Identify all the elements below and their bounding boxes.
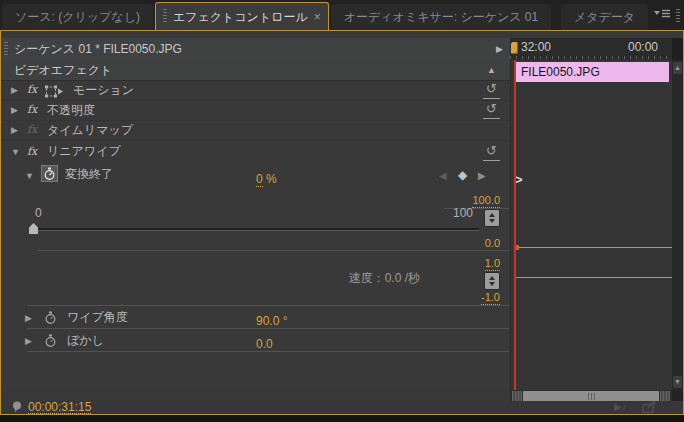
fx-badge[interactable]: fx: [27, 141, 37, 163]
playhead[interactable]: [514, 60, 516, 390]
reset-effect-icon[interactable]: ↺: [483, 101, 500, 119]
next-keyframe-chevron-icon[interactable]: >: [515, 172, 523, 187]
param-value-transition-complete[interactable]: 0 %: [256, 167, 277, 191]
disclosure-icon[interactable]: ▼: [11, 141, 20, 163]
panel-footer: 00:00:31:15 ▶♪: [1, 401, 683, 414]
slider-max-label: 100: [453, 206, 473, 220]
disclosure-icon[interactable]: ▶: [11, 120, 18, 140]
tab-metadata[interactable]: メタデータ: [561, 4, 648, 30]
play-audio-icon[interactable]: ▶♪: [614, 401, 626, 413]
panel-drag-grip-icon[interactable]: [676, 9, 680, 24]
velocity-graph-max-label: 1.0: [485, 256, 500, 271]
scrollbar-corner-top: [672, 38, 683, 60]
param-row-transition-complete[interactable]: ▼ 変換終了 0 % ◀ ◆ ▶: [1, 162, 510, 186]
tab-effect-controls[interactable]: エフェクトコントロール ×: [155, 2, 329, 30]
clip-header: シーケンス 01 * FILE0050.JPG ▶: [1, 38, 510, 61]
sequence-marker-icon[interactable]: [511, 42, 518, 54]
timeline-clip[interactable]: FILE0050.JPG: [516, 62, 669, 82]
scroll-up-icon[interactable]: ▲: [673, 62, 682, 74]
param-label-feather: ぼかし: [67, 329, 104, 351]
param-label-transition-complete: 変換終了: [65, 162, 113, 186]
ruler-timecode-left: 32:00: [521, 40, 551, 54]
effect-label-opacity: 不透明度: [47, 100, 95, 120]
reset-effect-icon[interactable]: ↺: [483, 143, 500, 161]
disclosure-icon[interactable]: ▶: [25, 330, 32, 352]
effect-row-opacity[interactable]: ▶ fx 不透明度 ↺: [1, 100, 510, 121]
expand-graph-button[interactable]: [484, 209, 500, 227]
effect-row-linear-wipe[interactable]: ▼ fx リニアワイプ ↺: [1, 140, 510, 162]
velocity-graph-min-label: -1.0: [481, 290, 500, 305]
parameters-column: ビデオエフェクト ▲ ▶ fx モーション ↺ ▶ fx 不透明度 ↺: [1, 60, 510, 390]
disclosure-icon[interactable]: ▶: [25, 307, 32, 329]
vertical-scrollbar[interactable]: ▲ ▼: [672, 60, 683, 390]
transition-slider-thumb[interactable]: [29, 223, 38, 234]
fx-badge-disabled[interactable]: fx: [27, 120, 37, 140]
tab-grip-icon: [163, 9, 167, 24]
add-keyframe-icon[interactable]: ◆: [458, 163, 467, 187]
velocity-graph-line: [516, 277, 672, 278]
tab-audio-mixer[interactable]: オーディオミキサー: シーケンス 01: [331, 4, 551, 30]
tab-effect-controls-label: エフェクトコントロール: [173, 4, 308, 30]
effect-controls-window: ソース: (クリップなし) エフェクトコントロール × オーディオミキサー: シ…: [0, 0, 684, 422]
export-frame-icon[interactable]: [642, 401, 657, 416]
expand-velocity-graph-button[interactable]: [484, 272, 500, 290]
velocity-readout: 速度：0.0 /秒: [349, 270, 420, 287]
next-keyframe-icon[interactable]: ▶: [478, 164, 486, 188]
effect-label-linear-wipe: リニアワイプ: [47, 140, 121, 162]
current-timecode[interactable]: 00:00:31:15: [28, 401, 91, 414]
tab-metadata-label: メタデータ: [574, 10, 635, 24]
row-divider: [27, 351, 509, 352]
transition-slider-track[interactable]: [32, 228, 479, 231]
header-grip-icon: [4, 42, 8, 57]
fx-badge[interactable]: fx: [27, 100, 37, 120]
collapse-section-icon[interactable]: ▲: [487, 60, 496, 80]
value-graph-line: [516, 247, 672, 248]
value-graph-max-label: 100.0: [472, 193, 500, 208]
reset-effect-icon[interactable]: ↺: [483, 81, 500, 99]
sequence-clip-title: シーケンス 01 * FILE0050.JPG: [14, 38, 182, 60]
param-row-feather[interactable]: ▶ ぼかし 0.0: [1, 329, 510, 351]
effect-controls-panel: シーケンス 01 * FILE0050.JPG ▶ 32:00 00:00 ビデ…: [0, 30, 684, 415]
section-video-effects[interactable]: ビデオエフェクト ▲: [1, 60, 510, 81]
tab-source[interactable]: ソース: (クリップなし): [2, 4, 153, 30]
ruler-ticks: [510, 56, 672, 59]
tab-source-label: ソース: (クリップなし): [15, 10, 140, 24]
effect-label-time-remap: タイムリマップ: [47, 120, 133, 140]
slider-min-label: 0: [35, 206, 42, 220]
timeline-ruler[interactable]: 32:00 00:00: [510, 38, 672, 61]
effect-row-time-remap[interactable]: ▶ fx タイムリマップ: [1, 120, 510, 141]
show-keyframes-arrow-icon[interactable]: ▶: [496, 38, 503, 60]
effect-row-motion[interactable]: ▶ fx モーション ↺: [1, 80, 510, 101]
graph-divider: [37, 250, 509, 251]
disclosure-icon[interactable]: ▶: [11, 100, 18, 120]
fx-badge[interactable]: fx: [27, 80, 37, 100]
tab-bar: ソース: (クリップなし) エフェクトコントロール × オーディオミキサー: シ…: [0, 0, 684, 30]
effect-label-motion: モーション: [73, 80, 134, 100]
disclosure-icon[interactable]: ▼: [25, 164, 34, 188]
value-graph-min-label: 0.0: [485, 236, 500, 251]
param-row-wipe-angle[interactable]: ▶ ワイプ角度 90.0 °: [1, 306, 510, 328]
panel-menu-icon[interactable]: [654, 5, 670, 23]
tab-audio-mixer-label: オーディオミキサー: シーケンス 01: [344, 10, 538, 24]
keyframe-timeline[interactable]: FILE0050.JPG >: [510, 60, 672, 390]
prev-keyframe-icon[interactable]: ◀: [439, 164, 447, 188]
toggle-animation-stopwatch-icon[interactable]: [41, 165, 58, 182]
close-icon[interactable]: ×: [314, 11, 321, 23]
marker-pin-icon[interactable]: [12, 401, 22, 416]
section-title: ビデオエフェクト: [14, 60, 112, 80]
param-label-wipe-angle: ワイプ角度: [67, 306, 128, 328]
disclosure-icon[interactable]: ▶: [11, 80, 18, 100]
scroll-down-icon[interactable]: ▼: [673, 376, 682, 388]
ruler-timecode-right: 00:00: [628, 40, 658, 54]
